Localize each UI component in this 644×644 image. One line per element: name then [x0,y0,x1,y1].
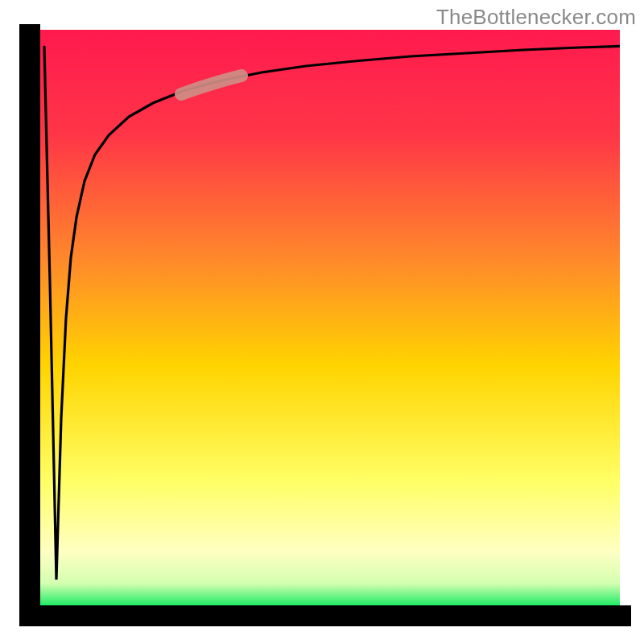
chart-stage: TheBottlenecker.com [0,0,644,644]
y-axis [19,24,40,620]
watermark-label: TheBottlenecker.com [436,5,636,30]
chart-svg [0,0,644,644]
x-axis [19,605,631,626]
